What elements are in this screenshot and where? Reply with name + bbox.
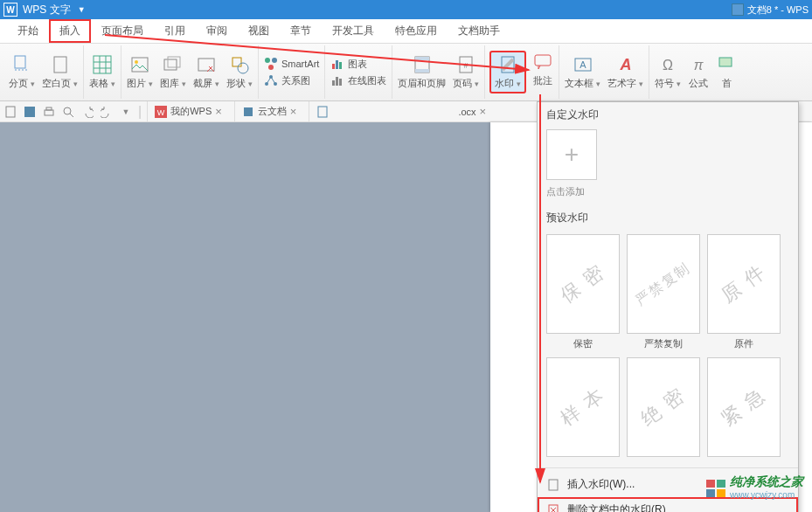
menu-review[interactable]: 审阅: [196, 19, 238, 43]
ribbon-page-number[interactable]: # 页码: [453, 54, 479, 90]
menu-special[interactable]: 特色应用: [385, 19, 448, 43]
site-watermark: 纯净系统之家 www.ycwjzy.com: [705, 474, 803, 500]
svg-text:A: A: [619, 56, 631, 73]
preset-confidential[interactable]: 保 密: [546, 234, 620, 334]
ribbon-watermark[interactable]: 水印: [490, 52, 525, 93]
document-title-text: 文档8 * - WPS: [747, 3, 809, 17]
qat-undo-icon[interactable]: [80, 105, 94, 119]
tab-current-doc[interactable]: .ocx ×: [309, 101, 493, 121]
svg-rect-19: [332, 80, 335, 86]
svg-point-4: [135, 60, 138, 64]
ribbon-chart[interactable]: 图表: [330, 56, 386, 72]
qat-print-icon[interactable]: [42, 105, 56, 119]
ribbon-comment[interactable]: 批注: [532, 52, 553, 93]
page-break-icon: [11, 54, 32, 75]
svg-rect-8: [232, 58, 241, 66]
svg-rect-34: [719, 58, 732, 66]
svg-rect-0: [15, 56, 25, 68]
preset-urgent[interactable]: 紧 急: [707, 357, 781, 457]
preset-sample[interactable]: 样 本: [546, 357, 620, 457]
ribbon-page-break[interactable]: 分页: [9, 54, 35, 90]
preset-no-copy[interactable]: 严禁复制: [627, 234, 700, 334]
ribbon-picture[interactable]: 图片: [127, 54, 153, 90]
watermark-dropdown: 自定义水印 + 点击添加 预设水印 保 密保密 严禁复制严禁复制 原 件原件 样…: [537, 101, 799, 512]
ribbon-gallery[interactable]: 图库: [160, 54, 186, 90]
menu-doc-helper[interactable]: 文档助手: [448, 19, 510, 43]
ribbon-smartart[interactable]: SmartArt: [264, 56, 319, 72]
svg-rect-36: [24, 107, 35, 117]
ribbon-textbox[interactable]: A 文本框: [565, 54, 600, 90]
ribbon-symbol[interactable]: Ω 符号: [655, 54, 681, 90]
svg-rect-16: [332, 64, 335, 69]
ribbon: 分页 空白页 表格 图片 图库 截屏 形状 SmartArt 关系图: [0, 44, 812, 101]
preset-top-secret[interactable]: 绝 密: [627, 357, 700, 457]
preset-original[interactable]: 原 件: [707, 234, 781, 334]
blank-page-icon: [50, 54, 71, 75]
ribbon-formula[interactable]: π 公式: [688, 54, 709, 90]
ribbon-table[interactable]: 表格: [89, 54, 115, 90]
tab-close-icon[interactable]: ×: [215, 105, 222, 118]
tab-close-icon[interactable]: ×: [290, 105, 297, 118]
textbox-icon: A: [573, 54, 593, 75]
site-logo-icon: [705, 479, 726, 496]
watermark-icon: [497, 54, 518, 75]
picture-icon: [129, 54, 150, 75]
ribbon-shape[interactable]: 形状: [226, 54, 253, 90]
tab-cloud-doc[interactable]: 云文档 ×: [234, 101, 304, 121]
menu-bar: 开始 插入 页面布局 引用 审阅 视图 章节 开发工具 特色应用 文档助手: [0, 19, 812, 44]
add-custom-watermark[interactable]: +: [546, 129, 597, 180]
qat-preview-icon[interactable]: [61, 105, 75, 119]
menu-section[interactable]: 章节: [280, 19, 322, 43]
svg-rect-20: [336, 77, 338, 86]
svg-point-11: [272, 58, 277, 63]
svg-rect-44: [549, 480, 558, 490]
ribbon-header-footer[interactable]: 页眉和页脚: [398, 54, 446, 90]
menu-start[interactable]: 开始: [7, 19, 49, 43]
table-icon: [92, 54, 113, 75]
qat-new-icon[interactable]: [3, 105, 17, 119]
menu-devtools[interactable]: 开发工具: [322, 19, 385, 43]
ribbon-blank-page[interactable]: 空白页: [42, 54, 78, 90]
tab-close-icon[interactable]: ×: [480, 105, 487, 118]
svg-text:A: A: [580, 59, 586, 70]
menu-reference[interactable]: 引用: [154, 19, 196, 43]
app-logo-icon: W: [3, 3, 17, 17]
shape-icon: [229, 54, 250, 75]
symbol-icon: Ω: [657, 54, 678, 75]
ribbon-dropcap[interactable]: 首: [716, 54, 737, 90]
menu-insert[interactable]: 插入: [49, 19, 91, 43]
svg-rect-45: [549, 505, 558, 513]
menu-page-layout[interactable]: 页面布局: [91, 19, 154, 43]
page-number-icon: #: [455, 54, 476, 75]
app-name: WPS 文字: [21, 3, 76, 17]
gallery-icon: [163, 54, 184, 75]
cloud-icon: [242, 106, 254, 118]
ribbon-screenshot[interactable]: 截屏: [193, 54, 219, 90]
ribbon-online-chart[interactable]: 在线图表: [330, 73, 386, 88]
formula-icon: π: [688, 54, 709, 75]
svg-point-39: [64, 107, 71, 114]
qat-save-icon[interactable]: [23, 105, 37, 119]
qat-dropdown-icon[interactable]: ▼: [119, 105, 133, 119]
svg-point-9: [238, 63, 248, 73]
qat-redo-icon[interactable]: [100, 105, 114, 119]
header-footer-icon: [412, 54, 433, 75]
svg-rect-2: [94, 56, 111, 73]
menu-view[interactable]: 视图: [238, 19, 280, 43]
title-bar: W WPS 文字 ▼ 文档8 * - WPS: [0, 0, 812, 19]
svg-text:Ω: Ω: [663, 58, 673, 73]
svg-rect-3: [132, 58, 148, 72]
menu-separator: [538, 467, 798, 468]
app-menu-dropdown-icon[interactable]: ▼: [78, 5, 86, 14]
site-name: 纯净系统之家: [730, 474, 803, 488]
svg-text:W: W: [157, 108, 165, 117]
svg-text:π: π: [694, 58, 704, 73]
svg-rect-1: [54, 57, 66, 73]
preset-grid: 保 密保密 严禁复制严禁复制 原 件原件 样 本 绝 密 紧 急: [538, 229, 798, 464]
ribbon-relation[interactable]: 关系图: [264, 73, 319, 88]
tab-my-wps[interactable]: W 我的WPS ×: [147, 101, 229, 121]
chart-icon: [330, 57, 344, 71]
ribbon-wordart[interactable]: A 艺术字: [607, 54, 643, 90]
plus-icon: +: [565, 141, 579, 169]
site-url: www.ycwjzy.com: [730, 490, 803, 500]
